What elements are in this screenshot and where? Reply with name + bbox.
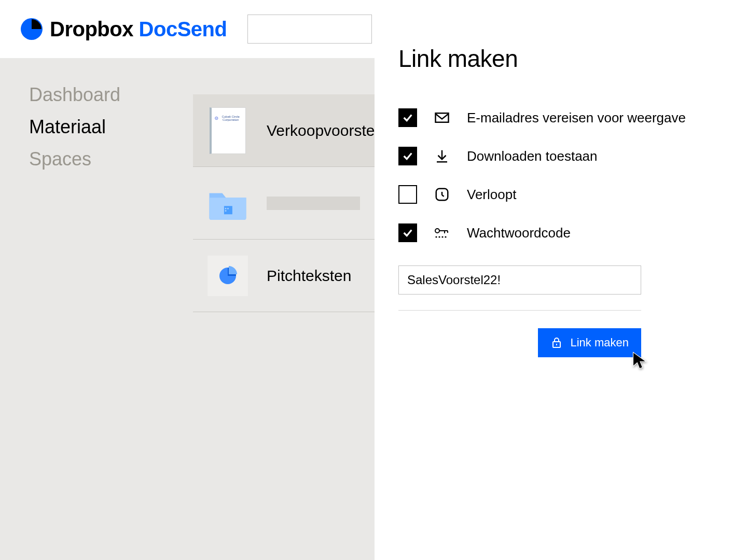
search-container: [247, 15, 372, 44]
svg-rect-7: [227, 207, 229, 209]
option-label: Wachtwoordcode: [467, 225, 571, 241]
thumbnail-caption: Cobalt Circle Corporation: [219, 115, 242, 122]
brand-text: Dropbox DocSend: [50, 18, 227, 41]
checkbox-allow-download[interactable]: [398, 147, 417, 165]
option-expires: Verloopt: [398, 175, 717, 214]
svg-rect-8: [225, 210, 227, 212]
panel-divider: [398, 310, 641, 311]
key-icon: [433, 223, 451, 242]
clock-icon: [433, 185, 451, 204]
svg-rect-6: [225, 207, 227, 209]
cursor-icon: [631, 351, 649, 370]
svg-point-22: [441, 236, 443, 237]
download-icon: [433, 147, 451, 165]
svg-rect-10: [436, 113, 449, 122]
option-label: E-mailadres vereisen voor weergave: [467, 110, 686, 126]
svg-point-20: [435, 236, 437, 237]
search-field[interactable]: [261, 23, 393, 35]
lock-icon: [550, 337, 563, 349]
create-link-button-label: Link maken: [570, 336, 629, 349]
pie-chart-icon: [208, 256, 248, 296]
checkbox-passcode[interactable]: [398, 223, 417, 242]
option-passcode: Wachtwoordcode: [398, 214, 717, 252]
svg-point-21: [438, 236, 440, 237]
panel-title: Link maken: [398, 45, 717, 73]
link-panel: Link maken E-mailadres vereisen voor wee…: [375, 58, 747, 560]
checkbox-expires[interactable]: [398, 185, 417, 204]
svg-point-23: [445, 236, 446, 237]
passcode-input[interactable]: [398, 265, 641, 295]
svg-point-16: [435, 229, 439, 233]
document-thumbnail-icon: Cobalt Circle Corporation: [208, 110, 248, 151]
list-item-label: Pitchteksten: [267, 267, 351, 285]
main-content: Cobalt Circle Corporation Verkoopvoorste…: [171, 58, 747, 560]
svg-point-4: [216, 118, 217, 119]
option-label: Verloopt: [467, 187, 516, 203]
dropbox-logo-icon: [21, 18, 43, 40]
option-allow-download: Downloaden toestaan: [398, 137, 717, 175]
sidebar-item-materiaal[interactable]: Materiaal: [29, 116, 171, 138]
option-require-email: E-mailadres vereisen voor weergave: [398, 99, 717, 137]
sidebar-item-dashboard[interactable]: Dashboard: [29, 84, 171, 106]
sidebar: Dashboard Materiaal Spaces: [0, 58, 171, 560]
list-item-placeholder: [267, 197, 360, 210]
svg-line-15: [442, 195, 444, 197]
search-input[interactable]: [247, 15, 372, 44]
brand-logo[interactable]: Dropbox DocSend: [21, 18, 227, 41]
folder-icon: [208, 183, 248, 223]
sidebar-item-spaces[interactable]: Spaces: [29, 148, 171, 170]
panel-actions: Link maken: [398, 328, 641, 357]
brand-dropbox: Dropbox: [50, 18, 133, 40]
brand-docsend: DocSend: [139, 18, 227, 40]
option-label: Downloaden toestaan: [467, 148, 598, 164]
mail-icon: [433, 108, 451, 127]
list-item-label: Verkoopvoorstel: [267, 122, 378, 139]
checkbox-require-email[interactable]: [398, 108, 417, 127]
create-link-button[interactable]: Link maken: [538, 328, 641, 357]
